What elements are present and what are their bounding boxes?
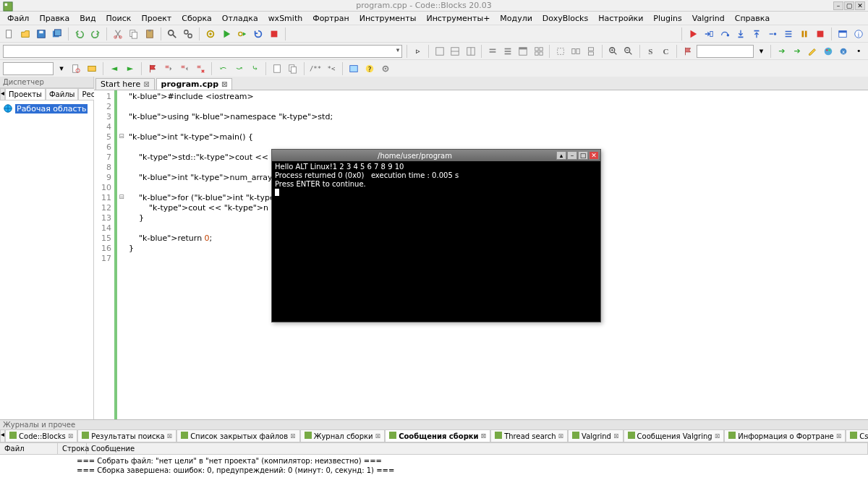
fold-column[interactable]: ⊟⊟ (117, 90, 126, 419)
tb2-b7[interactable] (517, 45, 529, 58)
build-run-button[interactable] (236, 27, 249, 40)
tb2-highlight[interactable] (807, 45, 819, 58)
tb2-x[interactable]: x (837, 45, 849, 58)
close-icon[interactable]: ⊠ (613, 432, 619, 440)
menu-файл[interactable]: Файл (3, 13, 33, 24)
terminal-minimize-button[interactable]: – (567, 151, 577, 160)
menu-plugins[interactable]: Plugins (649, 13, 686, 24)
log-col-msg[interactable]: Сообщение (87, 443, 868, 454)
log-tab[interactable]: Результаты поиска⊠ (77, 429, 176, 442)
tb2-palette[interactable] (822, 45, 834, 58)
editor-tab[interactable]: program.cpp⊠ (156, 78, 233, 90)
log-tab[interactable]: Список закрытых файлов⊠ (176, 429, 300, 442)
menu-инструменты[interactable]: Инструменты (355, 13, 421, 24)
log-col-line[interactable]: Строка (58, 443, 87, 454)
step-out-button[interactable] (750, 27, 763, 40)
replace-button[interactable] (182, 27, 195, 40)
save-button[interactable] (35, 27, 48, 40)
new-file-button[interactable] (3, 27, 16, 40)
save-all-button[interactable] (51, 27, 64, 40)
close-tab-icon[interactable]: ⊠ (221, 80, 227, 88)
tb2-rec[interactable]: • (853, 45, 865, 58)
dispatcher-tab-projects[interactable]: Проекты (5, 88, 46, 100)
menu-правка[interactable]: Правка (35, 13, 74, 24)
tb3-nav2[interactable]: ⤻ (232, 62, 245, 75)
debug-run-cursor-button[interactable] (702, 27, 715, 40)
open-button[interactable] (19, 27, 32, 40)
tb3-nav1[interactable]: ⤺ (216, 62, 229, 75)
tb2-drop[interactable]: ▾ (757, 45, 766, 58)
menu-поиск[interactable]: Поиск (102, 13, 136, 24)
tb3-gear[interactable] (379, 62, 392, 75)
bookmark-clear-button[interactable] (194, 62, 207, 75)
workspace-tree[interactable]: Рабочая область (0, 100, 93, 419)
tb3-b1[interactable] (69, 62, 82, 75)
bookmark-next-button[interactable] (178, 62, 191, 75)
tb2-b8[interactable] (532, 45, 545, 58)
menu-wxsmith[interactable]: wxSmith (264, 13, 307, 24)
tb2-b3[interactable] (449, 45, 461, 58)
source-c-button[interactable]: C (660, 45, 672, 58)
menu-фортран[interactable]: Фортран (308, 13, 354, 24)
tb2-b1[interactable]: ▹ (412, 45, 424, 58)
step-over-button[interactable] (718, 27, 731, 40)
log-tab[interactable]: Thread search⊠ (490, 429, 568, 442)
close-icon[interactable]: ⊠ (715, 432, 720, 440)
rebuild-button[interactable] (252, 27, 265, 40)
terminal-body[interactable]: Hello ALT Linux!1 2 3 4 5 6 7 8 9 10Proc… (272, 161, 600, 200)
terminal-shade-button[interactable]: ▴ (556, 151, 566, 160)
log-body[interactable]: === Собрать файл: "нет цели" в "нет прое… (0, 455, 868, 488)
logs-scroll-left[interactable]: ◂ (0, 429, 5, 442)
tb2-b11[interactable] (585, 45, 597, 58)
maximize-button[interactable]: ▢ (844, 1, 854, 10)
source-s-button[interactable]: S (644, 45, 657, 58)
terminal-maximize-button[interactable]: □ (578, 151, 588, 160)
tb2-b5[interactable] (486, 45, 498, 58)
dispatcher-scroll-left[interactable]: ◂ (0, 88, 5, 100)
build-button[interactable] (204, 27, 217, 40)
menu-сборка[interactable]: Сборка (177, 13, 216, 24)
log-tab[interactable]: Сообщения Valgring⊠ (624, 429, 725, 442)
log-tab[interactable]: Журнал сборки⊠ (300, 429, 386, 442)
nav-back-button[interactable]: ◄ (108, 62, 121, 75)
tb3-input[interactable] (3, 62, 54, 75)
tb2-b9[interactable] (554, 45, 566, 58)
zoom-out-button[interactable] (622, 45, 634, 58)
dispatcher-tab-files[interactable]: Файлы (46, 88, 79, 100)
menu-valgrind[interactable]: Valgrind (688, 13, 729, 24)
target-dropdown[interactable] (3, 45, 402, 58)
debug-info-button[interactable]: i (852, 27, 865, 40)
minimize-button[interactable]: – (833, 1, 843, 10)
menu-справка[interactable]: Справка (731, 13, 774, 24)
log-tab[interactable]: Code::Blocks⊠ (5, 429, 77, 442)
redo-button[interactable] (89, 27, 102, 40)
tb2-b4[interactable] (464, 45, 477, 58)
cut-button[interactable] (111, 27, 124, 40)
step-instr-button[interactable] (782, 27, 795, 40)
comment-button[interactable]: /** (309, 62, 322, 75)
next-instr-button[interactable] (766, 27, 779, 40)
tb2-b10[interactable] (570, 45, 582, 58)
terminal-close-button[interactable]: ✕ (589, 151, 599, 160)
close-icon[interactable]: ⊠ (68, 432, 74, 440)
close-icon[interactable]: ⊠ (836, 432, 842, 440)
workspace-label[interactable]: Рабочая область (15, 104, 88, 114)
tb3-drop[interactable]: ▾ (56, 62, 67, 75)
close-button[interactable]: ✕ (855, 1, 865, 10)
run-button[interactable] (220, 27, 233, 40)
menu-настройки[interactable]: Настройки (594, 13, 647, 24)
paste-button[interactable] (143, 27, 156, 40)
undo-button[interactable] (73, 27, 86, 40)
tb3-help[interactable]: ? (363, 62, 376, 75)
editor-tab[interactable]: Start here⊠ (95, 78, 155, 90)
menu-модули[interactable]: Модули (495, 13, 537, 24)
bookmark-button[interactable] (146, 62, 159, 75)
tb3-nav3[interactable]: ⤷ (248, 62, 261, 75)
close-tab-icon[interactable]: ⊠ (143, 80, 149, 88)
menu-doxyblocks[interactable]: DoxyBlocks (538, 13, 592, 24)
debug-run-button[interactable] (686, 27, 699, 40)
menu-инструменты+[interactable]: Инструменты+ (422, 13, 494, 24)
tb2-arr1[interactable]: ➔ (775, 45, 788, 58)
close-icon[interactable]: ⊠ (375, 432, 381, 440)
terminal-titlebar[interactable]: /home/user/program ▴ – □ ✕ (272, 150, 600, 161)
